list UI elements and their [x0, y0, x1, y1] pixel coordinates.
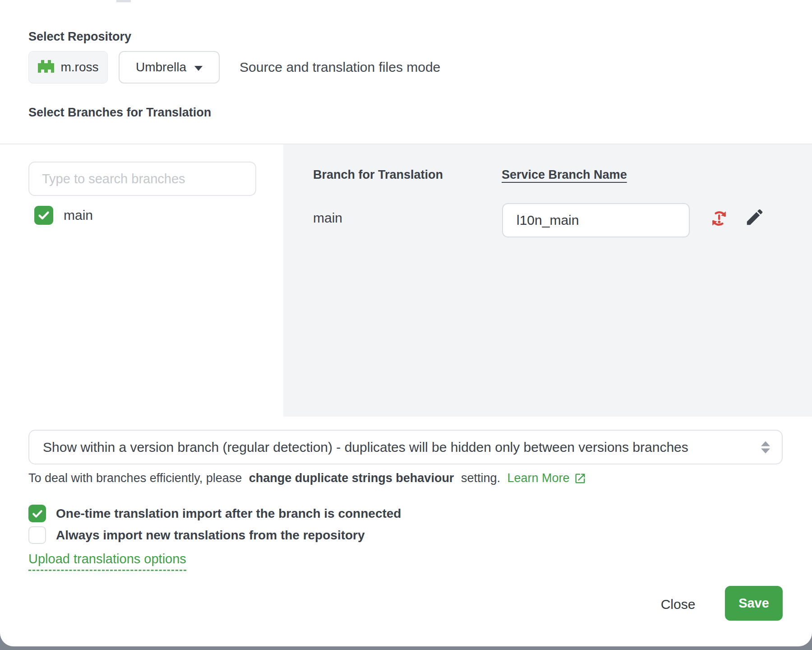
account-identicon-avatar	[38, 58, 54, 76]
checkmark-icon	[37, 209, 51, 222]
close-button[interactable]: Close	[653, 591, 703, 617]
column-header-service-branch: Service Branch Name	[502, 168, 627, 182]
always-import-option[interactable]: Always import new translations from the …	[28, 526, 365, 544]
duplicate-strings-select[interactable]: Show within a version branch (regular de…	[28, 430, 783, 464]
branch-list-item-label: main	[64, 208, 93, 223]
select-updown-icon	[761, 441, 770, 453]
save-button[interactable]: Save	[725, 586, 783, 621]
external-link-icon	[574, 472, 586, 485]
learn-more-label: Learn More	[507, 471, 569, 485]
always-import-checkbox[interactable]	[28, 526, 46, 544]
always-import-label: Always import new translations from the …	[56, 528, 365, 543]
branch-checkbox[interactable]	[34, 206, 53, 225]
branch-list-item-main[interactable]: main	[34, 206, 93, 225]
account-name-label: m.ross	[61, 60, 99, 74]
repository-dropdown[interactable]: Umbrella	[119, 51, 220, 84]
cropped-element-fragment	[116, 0, 131, 2]
one-time-import-label: One-time translation import after the br…	[56, 506, 401, 521]
chevron-down-icon	[194, 66, 203, 71]
upload-translations-options-link[interactable]: Upload translations options	[28, 552, 186, 571]
help-note-setting-name: change duplicate strings behaviour	[249, 471, 454, 485]
duplicates-help-note: To deal with branches efficiently, pleas…	[28, 471, 586, 485]
files-mode-label: Source and translation files mode	[240, 51, 440, 84]
checkmark-icon	[31, 507, 44, 520]
repository-integration-dialog: Select Repository m.ross Umbrella Source…	[0, 0, 812, 646]
learn-more-link[interactable]: Learn More	[507, 471, 586, 485]
duplicate-strings-selected-option: Show within a version branch (regular de…	[43, 440, 750, 455]
service-branch-name-input[interactable]	[502, 203, 690, 237]
help-note-prefix: To deal with branches efficiently, pleas…	[28, 471, 245, 485]
column-header-branch: Branch for Translation	[313, 168, 443, 182]
one-time-import-option[interactable]: One-time translation import after the br…	[28, 505, 401, 522]
select-branches-title: Select Branches for Translation	[28, 106, 211, 120]
mapped-branch-name: main	[313, 210, 342, 226]
repository-account-button[interactable]: m.ross	[28, 51, 108, 84]
branch-search-input[interactable]	[28, 162, 256, 196]
repository-dropdown-value: Umbrella	[136, 60, 186, 74]
sync-warning-icon	[710, 209, 728, 228]
help-note-suffix: setting.	[457, 471, 503, 485]
select-repository-title: Select Repository	[28, 30, 131, 44]
one-time-import-checkbox[interactable]	[28, 505, 46, 522]
edit-pencil-icon[interactable]	[744, 207, 765, 228]
branch-mapping-panel	[283, 144, 812, 417]
